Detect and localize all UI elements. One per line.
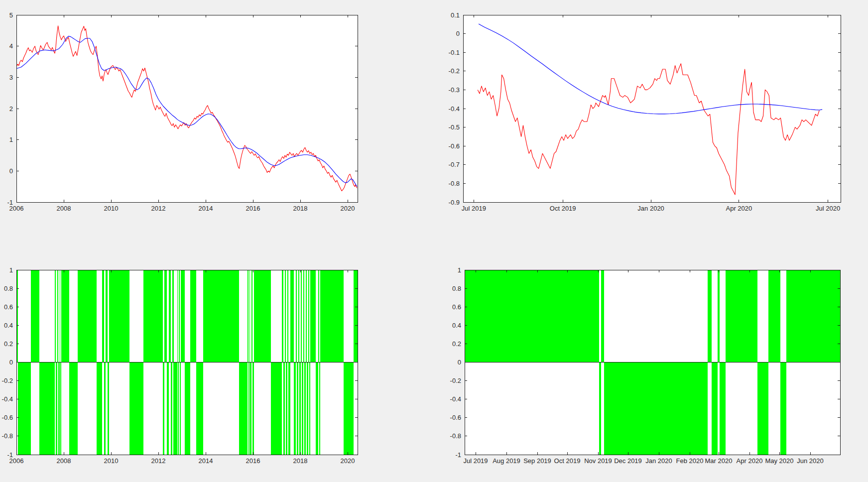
short-bar [780,362,786,455]
x-tick-label: 2010 [104,457,119,465]
x-tick-label: Feb 2020 [676,457,704,465]
y-tick-label: 0.6 [452,303,461,311]
short-bar [309,362,310,455]
x-tick-label: 2012 [151,457,166,465]
y-tick-label: -0.6 [450,414,461,421]
short-bar [344,362,354,455]
y-tick-label: -0.4 [2,395,13,403]
y-tick-label: -0.8 [449,180,460,187]
plot-background [463,15,841,202]
long-bar [203,270,239,362]
x-tick-label: 2020 [341,457,355,465]
long-bar [601,270,604,362]
long-bar [287,270,288,362]
long-bar [298,270,299,362]
short-bar [171,362,172,455]
long-bar [296,270,297,362]
short-bar [167,362,169,455]
x-tick-label: 2012 [151,205,166,212]
chart-signal-full-history: 2006200820102012201420162018202010.80.60… [2,266,358,465]
y-tick-label: -0.6 [449,142,460,150]
short-bar [288,362,290,455]
x-tick-label: Jan 2020 [645,457,672,465]
y-tick-label: 0.2 [452,340,461,348]
long-bar [303,270,304,362]
long-bar [181,270,185,362]
x-tick-label: Sep 2019 [523,457,551,465]
short-bar [757,362,768,455]
short-bar [299,362,300,455]
y-tick-label: 3 [9,74,13,81]
x-tick-label: 2018 [293,457,308,465]
y-tick-label: 1 [9,266,13,274]
charts-svg: 20062008201020122014201620182020543210-1… [0,0,868,482]
y-tick-label: -0.7 [449,161,460,168]
y-tick-label: -0.2 [450,377,461,384]
short-bar [58,362,59,455]
y-tick-label: -0.8 [450,432,461,440]
x-tick-label: Apr 2020 [737,457,763,465]
long-bar [290,270,294,362]
y-tick-label: -1 [7,451,13,459]
long-bar [164,270,167,362]
y-tick-label: 2 [9,105,13,113]
short-bar [294,362,296,455]
long-bar [248,270,248,362]
short-bar [108,362,109,455]
x-tick-label: Jan 2020 [637,205,664,212]
short-bar [173,362,177,455]
y-tick-label: 5 [9,11,13,19]
x-tick-label: Oct 2019 [550,205,576,212]
plot-background [16,15,358,202]
long-bar [768,270,780,362]
y-tick-label: 0.4 [452,322,461,329]
y-tick-label: 0.6 [4,303,13,311]
short-bar [69,362,78,455]
short-bar [39,362,55,455]
x-tick-label: Nov 2019 [584,457,612,465]
y-tick-label: 0 [9,167,13,175]
short-bar [239,362,248,455]
long-bar [301,270,302,362]
x-tick-label: Jun 2020 [797,457,824,465]
chart-indicator-full-history: 20062008201020122014201620182020543210-1 [7,11,358,213]
y-tick-label: 0.1 [451,11,460,19]
long-bar [31,270,39,362]
short-bar [316,362,318,455]
long-bar [282,270,283,362]
long-bar [786,270,840,362]
long-bar [465,270,599,362]
y-tick-label: -0.3 [449,86,460,94]
chart-indicator-recent-year: Jul 2019Oct 2019Jan 2020Apr 2020Jul 2020… [449,11,841,213]
short-bar [163,362,164,455]
short-bar [104,362,106,455]
short-bar [599,362,601,455]
long-bar [172,270,174,362]
long-bar [55,270,56,362]
y-tick-label: -1 [455,451,461,459]
y-tick-label: -0.8 [2,432,13,440]
y-tick-label: 0 [458,359,461,366]
short-bar [319,362,320,455]
x-tick-label: Apr 2020 [726,205,752,212]
short-bar [180,362,181,455]
long-bar [177,270,178,362]
long-bar [718,270,720,362]
y-tick-label: 0.8 [452,285,461,292]
y-tick-label: -0.1 [449,49,460,56]
long-bar [251,270,252,362]
short-bar [712,362,718,455]
matlab-figure-canvas: 20062008201020122014201620182020543210-1… [0,0,868,482]
long-bar [109,270,129,362]
long-bar [310,270,316,362]
x-tick-label: Aug 2019 [493,457,520,465]
long-bar [143,270,163,362]
y-tick-label: 0 [456,30,460,37]
long-bar [169,270,171,362]
x-tick-label: Jul 2019 [463,457,488,465]
long-bar [318,270,319,362]
short-bar [720,362,726,455]
y-tick-label: -0.2 [449,67,460,75]
y-tick-label: 1 [9,136,13,143]
chart-signal-recent-year: Jul 2019Aug 2019Sep 2019Oct 2019Nov 2019… [450,266,840,465]
